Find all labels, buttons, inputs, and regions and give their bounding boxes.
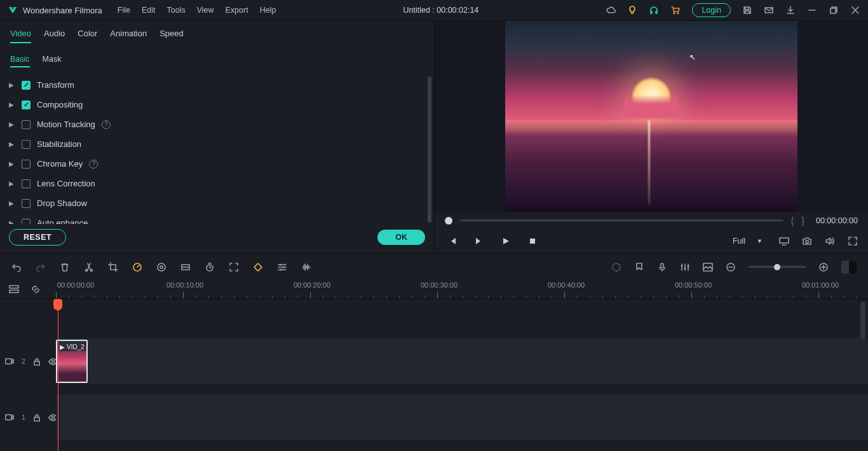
delete-icon[interactable] (60, 262, 70, 272)
property-row[interactable]: ▶Chroma Key? (5, 154, 429, 174)
playhead-line[interactable] (58, 299, 58, 451)
split-icon[interactable] (84, 262, 94, 272)
scrubber-handle[interactable] (445, 217, 452, 225)
voiceover-icon[interactable] (657, 262, 667, 272)
help-icon[interactable]: ? (89, 160, 98, 169)
display-icon[interactable] (779, 236, 789, 246)
property-checkbox[interactable] (22, 120, 31, 129)
marker-icon[interactable] (634, 262, 644, 272)
property-checkbox[interactable] (22, 160, 31, 169)
quality-select[interactable]: Full ▼ (729, 235, 766, 247)
mark-out-icon[interactable]: } (801, 216, 804, 226)
menu-view[interactable]: View (197, 6, 214, 15)
audio-wave-icon[interactable] (301, 262, 311, 272)
reset-button[interactable]: RESET (9, 229, 66, 246)
stop-icon[interactable] (527, 236, 538, 246)
properties-list[interactable]: ▶Transform▶Compositing▶Motion Tracking?▶… (0, 73, 434, 224)
color-icon[interactable] (156, 262, 166, 272)
volume-icon[interactable] (825, 236, 835, 246)
property-row[interactable]: ▶Auto enhance (5, 213, 429, 224)
svg-point-9 (283, 266, 285, 268)
detect-icon[interactable] (229, 262, 239, 272)
crop-icon[interactable] (108, 262, 118, 272)
tab-color[interactable]: Color (78, 29, 97, 43)
snapshot-icon[interactable] (802, 236, 812, 246)
menu-edit[interactable]: Edit (142, 6, 156, 15)
minimize-icon[interactable] (807, 5, 817, 15)
menu-tools[interactable]: Tools (166, 6, 185, 15)
zoom-knob[interactable] (774, 264, 780, 270)
save-icon[interactable] (742, 5, 752, 15)
preview-controls: Full ▼ (435, 230, 868, 253)
cart-icon[interactable] (670, 5, 681, 15)
playhead-handle[interactable] (53, 299, 62, 310)
timeline-view-toggle[interactable] (841, 261, 857, 274)
property-checkbox[interactable] (22, 81, 31, 90)
menu-help[interactable]: Help (260, 6, 276, 15)
property-checkbox[interactable] (22, 199, 31, 208)
lightbulb-icon[interactable] (627, 5, 637, 15)
help-icon[interactable]: ? (102, 120, 111, 129)
track-row[interactable]: ▶ VID_2 (56, 338, 868, 384)
track-header-1[interactable]: 1 (0, 394, 56, 440)
download-icon[interactable] (785, 5, 796, 15)
property-row[interactable]: ▶Transform (5, 75, 429, 95)
ok-button[interactable]: OK (377, 230, 425, 245)
render-icon[interactable] (611, 262, 621, 272)
timeline-tracks[interactable]: ▶ VID_2 (56, 299, 868, 451)
scrubber-track[interactable] (460, 219, 783, 221)
close-icon[interactable] (850, 5, 860, 15)
keyframe-icon[interactable] (253, 262, 263, 272)
property-row[interactable]: ▶Lens Correction (5, 174, 429, 193)
lock-icon[interactable] (33, 413, 41, 422)
link-icon[interactable] (31, 284, 41, 295)
subtab-mask[interactable]: Mask (43, 55, 62, 67)
maximize-icon[interactable] (829, 5, 839, 15)
mark-in-icon[interactable]: { (791, 216, 794, 226)
property-row[interactable]: ▶Stabilization (5, 134, 429, 154)
redo-icon[interactable] (36, 262, 46, 272)
timeline-ruler[interactable]: 00:00:00:0000:00:10:0000:00:20:0000:00:3… (56, 280, 868, 298)
speed-icon[interactable] (132, 262, 142, 272)
adjust-icon[interactable] (277, 262, 287, 272)
property-checkbox[interactable] (22, 219, 31, 225)
menu-file[interactable]: File (118, 6, 130, 15)
mixer-icon[interactable] (680, 262, 690, 272)
property-label: Lens Correction (37, 179, 95, 188)
image-icon[interactable] (703, 262, 713, 272)
property-checkbox[interactable] (22, 179, 31, 188)
zoom-out-icon[interactable] (726, 262, 736, 272)
track-header-2[interactable]: 2 (0, 338, 56, 384)
freeze-icon[interactable] (180, 262, 191, 272)
zoom-in-icon[interactable] (818, 262, 829, 272)
property-checkbox[interactable] (22, 140, 31, 149)
tab-animation[interactable]: Animation (110, 29, 147, 43)
video-clip[interactable]: ▶ VID_2 (56, 340, 88, 383)
lock-icon[interactable] (33, 357, 41, 366)
next-frame-icon[interactable] (474, 236, 484, 246)
tab-speed[interactable]: Speed (159, 29, 184, 43)
cloud-icon[interactable] (606, 5, 616, 15)
svg-rect-19 (10, 286, 18, 288)
property-row[interactable]: ▶Motion Tracking? (5, 114, 429, 134)
property-row[interactable]: ▶Compositing (5, 95, 429, 114)
property-checkbox[interactable] (22, 101, 31, 109)
undo-icon[interactable] (11, 262, 22, 272)
login-button[interactable]: Login (692, 3, 731, 17)
duration-icon[interactable] (205, 262, 215, 272)
track-row[interactable] (56, 394, 868, 440)
property-row[interactable]: ▶Drop Shadow (5, 193, 429, 213)
subtab-basic[interactable]: Basic (10, 55, 30, 67)
timeline-scrollbar[interactable] (860, 302, 865, 340)
play-icon[interactable] (501, 236, 511, 246)
tracks-manage-icon[interactable] (9, 284, 19, 295)
tab-video[interactable]: Video (10, 29, 31, 43)
headphones-icon[interactable] (649, 5, 659, 15)
prev-frame-icon[interactable] (447, 236, 458, 246)
mail-icon[interactable] (764, 5, 774, 15)
fullscreen-icon[interactable] (848, 236, 858, 246)
zoom-slider[interactable] (749, 266, 806, 268)
menu-export[interactable]: Export (226, 6, 248, 15)
tab-audio[interactable]: Audio (44, 29, 65, 43)
preview-viewport[interactable]: ↖ (435, 21, 868, 212)
